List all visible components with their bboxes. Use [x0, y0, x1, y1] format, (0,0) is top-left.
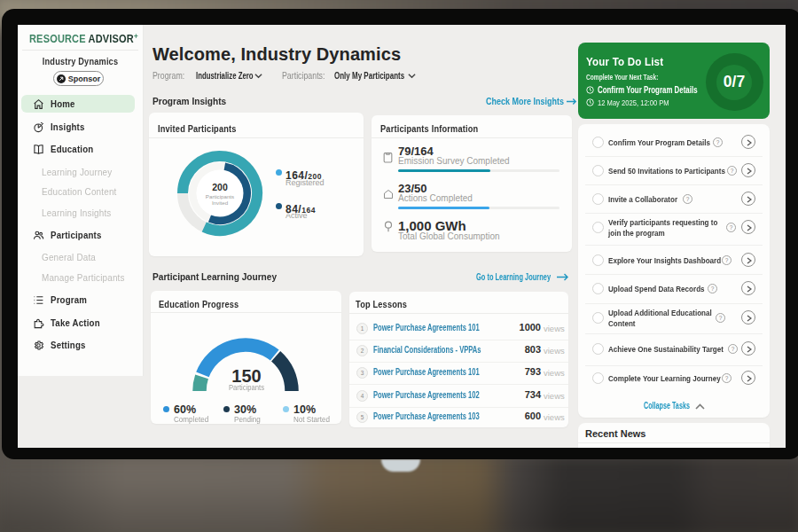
svg-text:Invited: Invited	[212, 200, 229, 206]
svg-text:200: 200	[212, 182, 228, 192]
svg-text:Participants: Participants	[206, 193, 234, 200]
